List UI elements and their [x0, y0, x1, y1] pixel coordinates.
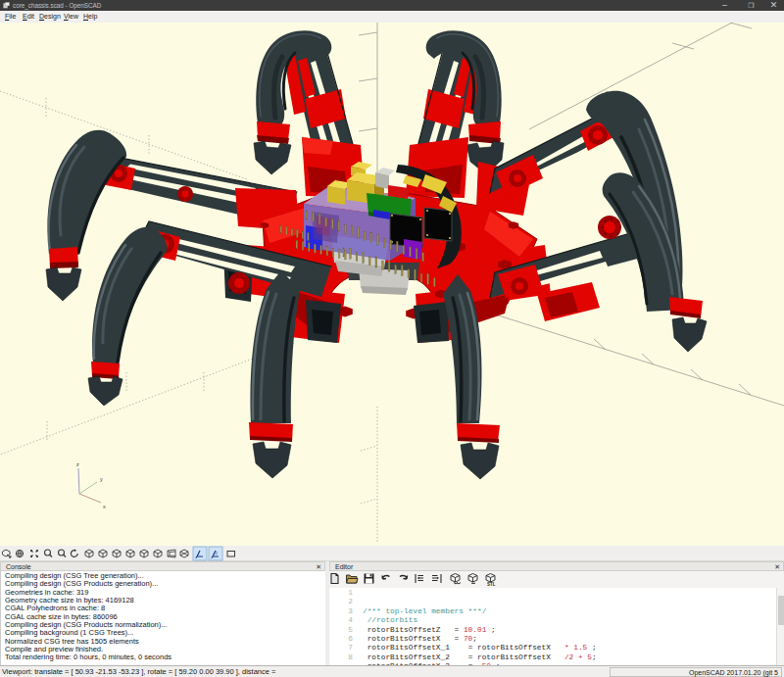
svg-text:STL: STL [487, 582, 496, 587]
svg-text:z: z [76, 461, 79, 467]
svg-text:y: y [100, 476, 103, 482]
svg-text:x: x [103, 504, 106, 509]
